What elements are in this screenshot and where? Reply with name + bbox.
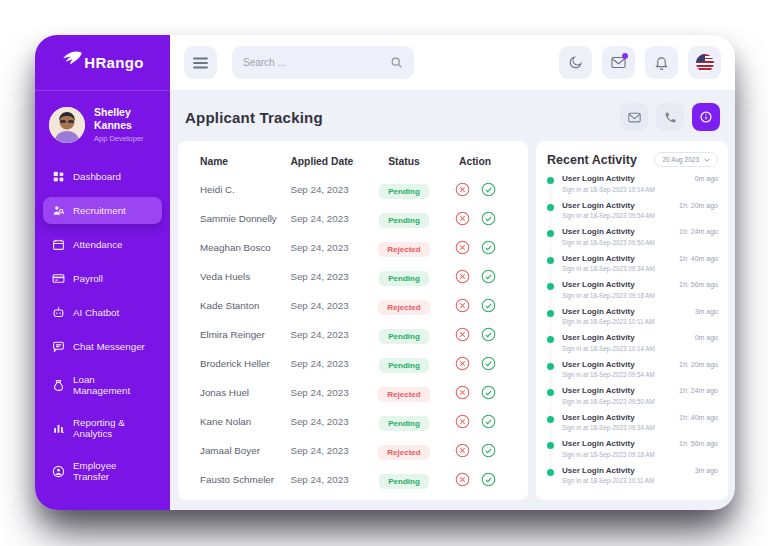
approve-icon[interactable] [481,269,496,284]
reject-icon[interactable] [455,472,470,487]
hamburger-icon [193,57,208,69]
activity-item-title: User Login Activity [562,466,687,475]
action-cell [444,356,506,371]
approve-icon[interactable] [481,182,496,197]
reject-icon[interactable] [455,182,470,197]
sidebar-item-label: AI Chatbot [73,307,119,318]
applied-date: Sep 24, 2023 [290,184,364,195]
action-cell [444,240,506,255]
approve-icon[interactable] [481,472,496,487]
recruitment-icon [52,204,65,217]
activity-item-subtitle: Sign in at 18-Sep-2023 09:50 AM [562,398,671,405]
mail-icon [628,112,641,123]
applicant-name: Jonas Huel [200,387,290,398]
status-badge: Pending [379,213,429,228]
applied-date: Sep 24, 2023 [290,242,364,253]
sidebar-item-reporting-analytics[interactable]: Reporting & Analytics [43,410,162,446]
action-cell [444,269,506,284]
approve-icon[interactable] [481,385,496,400]
money-bag-icon [52,379,65,392]
activity-item: User Login Activity Sign in at 18-Sep-20… [547,174,718,201]
activity-item-time: 0m ago [695,333,718,360]
language-button[interactable] [688,46,721,79]
activity-item-time: 0m ago [695,174,718,201]
activity-item-time: 1h: 20m ago [679,201,718,228]
activity-item-time: 1h: 20m ago [679,360,718,387]
status-badge: Rejected [378,387,429,402]
chat-icon [52,340,65,353]
reject-icon[interactable] [455,385,470,400]
status-badge: Pending [379,358,429,373]
activity-item-title: User Login Activity [562,413,671,422]
applicant-name: Jamaal Boyer [200,445,290,456]
applicant-name: Fausto Schmeler [200,474,290,485]
activity-date-filter[interactable]: 20 Aug 2023 [654,152,718,167]
activity-item-subtitle: Sign in at 18-Sep-2023 09:54 AM [562,371,671,378]
activity-item: User Login Activity Sign in at 18-Sep-20… [547,227,718,254]
reject-icon[interactable] [455,211,470,226]
column-header-name: Name [200,156,290,167]
activity-item-subtitle: Sign in at 18-Sep-2023 09:18 AM [562,292,671,299]
activity-item: User Login Activity Sign in at 18-Sep-20… [547,386,718,413]
action-cell [444,414,506,429]
sidebar-item-employee-transfer[interactable]: Employee Transfer [43,453,162,489]
mail-action-button[interactable] [620,103,648,131]
sidebar-item-label: Recruitment [73,205,126,216]
phone-action-button[interactable] [656,103,684,131]
hamburger-menu-button[interactable] [184,46,217,79]
reject-icon[interactable] [455,414,470,429]
applied-date: Sep 24, 2023 [290,271,364,282]
us-flag-icon [696,54,714,72]
approve-icon[interactable] [481,414,496,429]
table-row: Jamaal Boyer Sep 24, 2023 Rejected [178,436,528,465]
bell-icon [654,55,669,70]
reject-icon[interactable] [455,298,470,313]
activity-item-subtitle: Sign in at 18-Sep-2023 10:14 AM [562,186,687,193]
activity-dot-icon [547,363,554,370]
sidebar-item-dashboard[interactable]: Dashboard [43,163,162,190]
sidebar-item-loan-management[interactable]: Loan Management [43,367,162,403]
activity-item: User Login Activity Sign in at 18-Sep-20… [547,413,718,440]
activity-item-title: User Login Activity [562,174,687,183]
approve-icon[interactable] [481,443,496,458]
sidebar-item-chat-messenger[interactable]: Chat Messenger [43,333,162,360]
reject-icon[interactable] [455,269,470,284]
dark-mode-button[interactable] [559,46,592,79]
reject-icon[interactable] [455,327,470,342]
activity-item-title: User Login Activity [562,360,671,369]
messages-button[interactable] [602,46,635,79]
user-profile[interactable]: Shelley Kannes App Developer [35,91,170,151]
action-cell [444,327,506,342]
sidebar-nav: Dashboard Recruitment Attendance [35,151,170,501]
sidebar-item-label: Attendance [73,239,123,250]
activity-item-subtitle: Sign in at 18-Sep-2023 10:11 AM [562,477,687,484]
table-header-row: Name Applied Date Status Action [178,148,528,175]
logo: HRango [35,35,170,91]
status-badge: Pending [379,474,429,489]
sidebar-item-ai-chatbot[interactable]: AI Chatbot [43,299,162,326]
avatar [49,107,85,143]
approve-icon[interactable] [481,356,496,371]
sidebar-item-attendance[interactable]: Attendance [43,231,162,258]
notifications-button[interactable] [645,46,678,79]
sidebar-item-payroll[interactable]: Payroll [43,265,162,292]
sidebar-item-recruitment[interactable]: Recruitment [43,197,162,224]
reject-icon[interactable] [455,443,470,458]
applicant-name: Elmira Reinger [200,329,290,340]
search-input[interactable] [243,57,390,68]
search-icon [390,56,403,69]
action-cell [444,298,506,313]
info-action-button[interactable] [692,103,720,131]
table-row: Sammie Donnelly Sep 24, 2023 Pending [178,204,528,233]
status-badge: Pending [379,184,429,199]
activity-item-title: User Login Activity [562,280,671,289]
activity-item: User Login Activity Sign in at 18-Sep-20… [547,439,718,466]
approve-icon[interactable] [481,298,496,313]
approve-icon[interactable] [481,327,496,342]
phone-icon [664,111,677,124]
reject-icon[interactable] [455,356,470,371]
profile-role: App Developer [94,134,158,143]
reject-icon[interactable] [455,240,470,255]
approve-icon[interactable] [481,240,496,255]
approve-icon[interactable] [481,211,496,226]
